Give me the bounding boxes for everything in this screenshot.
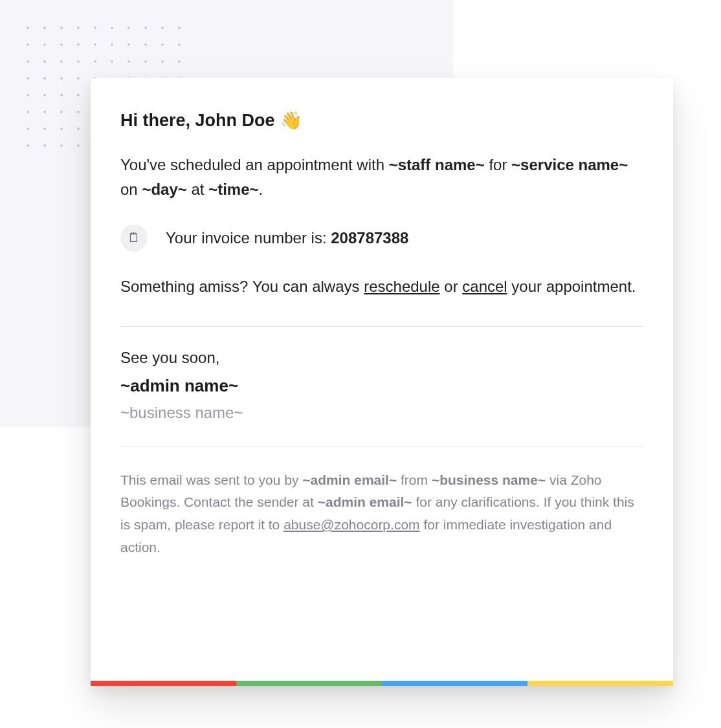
color-strip	[91, 681, 673, 686]
invoice-number: 208787388	[331, 229, 408, 247]
body-t3: on	[120, 181, 142, 198]
actions-t2: or	[440, 278, 463, 295]
day-placeholder: ~day~	[142, 181, 186, 198]
signoff-block: See you soon, ~admin name~ ~business nam…	[120, 349, 643, 422]
appointment-summary: You've scheduled an appointment with ~st…	[120, 153, 643, 203]
cancel-link[interactable]: cancel	[462, 278, 507, 295]
notepad-icon: 🗒	[120, 225, 148, 252]
wave-icon: 👋	[280, 110, 302, 131]
abuse-email-link[interactable]: abuse@zohocorp.com	[283, 517, 419, 532]
invoice-text: Your invoice number is: 208787388	[166, 229, 408, 247]
strip-yellow	[527, 681, 673, 686]
reschedule-link[interactable]: reschedule	[364, 278, 439, 295]
body-t1: You've scheduled an appointment with	[120, 156, 389, 173]
invoice-label: Your invoice number is:	[166, 229, 331, 247]
admin-name-placeholder: ~admin name~	[120, 376, 643, 396]
body-t5: .	[259, 181, 263, 198]
greeting-prefix: Hi there,	[120, 111, 195, 130]
strip-red	[91, 681, 236, 686]
strip-blue	[382, 681, 527, 686]
email-card: Hi there, John Doe 👋 You've scheduled an…	[91, 78, 673, 686]
footer-admin-email-1: ~admin email~	[302, 472, 397, 487]
actions-t1: Something amiss? You can always	[120, 278, 364, 295]
business-name-placeholder: ~business name~	[120, 404, 643, 422]
body-t4: at	[187, 181, 208, 198]
divider-2	[120, 447, 643, 447]
footer-t1: This email was sent to you by	[120, 472, 302, 487]
staff-name-placeholder: ~staff name~	[389, 156, 485, 173]
recipient-name: John Doe	[195, 111, 275, 130]
greeting-line: Hi there, John Doe 👋	[120, 110, 643, 131]
strip-green	[236, 681, 382, 686]
divider-1	[120, 326, 643, 327]
footer-disclaimer: This email was sent to you by ~admin ema…	[120, 469, 643, 559]
body-t2: for	[485, 156, 511, 173]
actions-text: Something amiss? You can always reschedu…	[120, 274, 643, 300]
signoff-label: See you soon,	[120, 349, 643, 367]
footer-admin-email-2: ~admin email~	[318, 494, 412, 509]
time-placeholder: ~time~	[208, 181, 258, 198]
invoice-row: 🗒 Your invoice number is: 208787388	[120, 225, 643, 252]
footer-business-name: ~business name~	[432, 472, 546, 487]
actions-t3: your appointment.	[507, 278, 636, 295]
footer-t2: from	[397, 472, 432, 487]
service-name-placeholder: ~service name~	[511, 156, 628, 173]
